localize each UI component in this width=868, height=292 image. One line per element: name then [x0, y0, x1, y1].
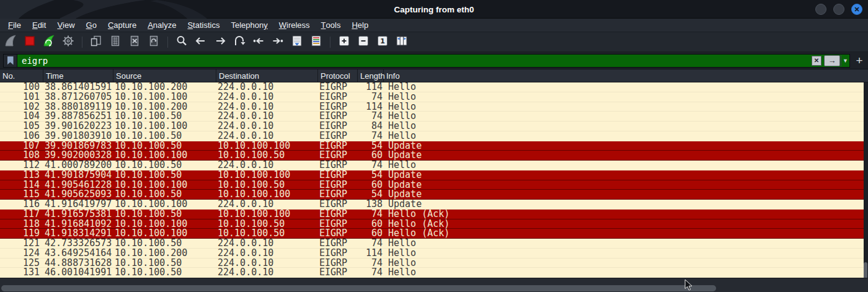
packet-row[interactable]: 10739.90186978310.10.100.5010.10.100.100… — [0, 141, 864, 151]
packet-row[interactable]: 10138.87126070510.10.100.100224.0.0.10EI… — [0, 92, 864, 102]
save-file-icon — [108, 34, 122, 50]
menu-statistics[interactable]: Statistics — [182, 19, 225, 32]
menu-analyze[interactable]: Analyze — [142, 19, 182, 32]
open-file-button[interactable] — [89, 35, 104, 50]
cell-no: 102 — [0, 102, 43, 112]
zoom-100-button[interactable]: 1 — [375, 35, 390, 50]
clear-filter-button[interactable]: ✕ — [812, 56, 822, 66]
packet-row[interactable]: 11341.90187590410.10.100.5010.10.100.100… — [0, 170, 864, 180]
capture-options-button[interactable] — [61, 35, 76, 50]
cell-time: 42.733326573 — [43, 239, 113, 249]
cell-source: 10.10.100.100 — [113, 219, 216, 229]
packet-row[interactable]: 11241.00078920010.10.100.50224.0.0.10EIG… — [0, 161, 864, 170]
packet-row[interactable]: 10038.86140159110.10.100.200224.0.0.10EI… — [0, 82, 864, 92]
column-header-info[interactable]: Info — [384, 69, 868, 82]
packet-row[interactable]: 12443.64925416410.10.100.200224.0.0.10EI… — [0, 249, 864, 259]
cell-no: 101 — [0, 92, 43, 102]
menu-view[interactable]: View — [51, 19, 80, 32]
zoom-out-button[interactable] — [356, 35, 371, 50]
horizontal-scrollbar-thumb[interactable] — [1, 285, 716, 291]
cell-destination: 10.10.100.100 — [216, 141, 318, 151]
filter-bookmark-button[interactable] — [4, 55, 17, 67]
toolbar-divider — [82, 37, 82, 48]
close-button[interactable]: ✕ — [851, 4, 862, 15]
stop-capture-button[interactable] — [22, 35, 37, 50]
column-header-destination[interactable]: Destination — [216, 69, 318, 82]
packet-row[interactable]: 10539.90162022310.10.100.100224.0.0.10EI… — [0, 122, 864, 131]
cell-info: Hello — [384, 92, 864, 102]
close-file-button[interactable] — [127, 35, 142, 50]
column-header-protocol[interactable]: Protocol — [318, 69, 358, 82]
packet-row[interactable]: 10639.90180391010.10.100.50224.0.0.10EIG… — [0, 131, 864, 141]
first-packet-button[interactable] — [251, 35, 266, 50]
find-packet-button[interactable] — [174, 35, 189, 50]
apply-filter-button[interactable]: → — [824, 55, 840, 66]
packet-row[interactable]: 11641.91641979710.10.100.100224.0.0.10EI… — [0, 200, 864, 210]
cell-protocol: EIGRP — [318, 259, 358, 268]
auto-scroll-button[interactable] — [290, 35, 304, 50]
cell-length: 114 — [358, 102, 384, 112]
cell-source: 10.10.100.50 — [113, 170, 216, 180]
menu-edit[interactable]: Edit — [27, 19, 51, 32]
cell-destination: 224.0.0.10 — [216, 92, 318, 102]
cell-source: 10.10.100.200 — [113, 102, 216, 112]
vertical-scrollbar-track[interactable] — [864, 82, 868, 278]
reload-file-button[interactable] — [146, 35, 161, 50]
cell-length: 74 — [358, 259, 384, 268]
maximize-button[interactable] — [833, 4, 844, 15]
cell-time: 41.905461228 — [43, 180, 113, 190]
cell-info: Update — [384, 141, 864, 151]
cell-time: 43.649254164 — [43, 249, 113, 259]
go-to-packet-button[interactable] — [232, 35, 247, 50]
display-filter-input[interactable]: eigrp — [17, 56, 812, 66]
cell-length: 54 — [358, 141, 384, 151]
last-packet-button[interactable] — [270, 35, 285, 50]
cell-length: 84 — [358, 122, 384, 131]
menu-go[interactable]: Go — [81, 19, 102, 32]
start-capture-button[interactable] — [3, 35, 18, 50]
packet-row[interactable]: 11541.90562509310.10.100.5010.10.100.100… — [0, 190, 864, 200]
zoom-in-button[interactable] — [337, 35, 352, 50]
filter-history-dropdown[interactable]: ▼ — [841, 55, 849, 66]
packet-row[interactable]: 11841.91684109210.10.100.10010.10.100.50… — [0, 219, 864, 229]
cell-length: 60 — [358, 219, 384, 229]
cell-source: 10.10.100.50 — [113, 112, 216, 122]
packet-row[interactable]: 12544.88873162810.10.100.50224.0.0.10EIG… — [0, 259, 864, 268]
column-header-no[interactable]: No. — [0, 69, 43, 82]
save-file-button[interactable] — [108, 35, 123, 50]
menu-wireless[interactable]: Wireless — [273, 19, 316, 32]
menu-bar: FileEditViewGoCaptureAnalyzeStatisticsTe… — [0, 19, 868, 32]
cell-time: 39.901869783 — [43, 141, 113, 151]
cell-time: 38.871260705 — [43, 92, 113, 102]
menu-telephony[interactable]: Telephony — [225, 19, 273, 32]
horizontal-scrollbar-track[interactable] — [0, 278, 868, 292]
packet-row[interactable]: 10839.90200032810.10.100.10010.10.100.50… — [0, 151, 864, 161]
packet-row[interactable]: 13146.00104199110.10.100.50224.0.0.10EIG… — [0, 268, 864, 278]
column-header-source[interactable]: Source — [113, 69, 216, 82]
packet-row[interactable]: 11941.91831429110.10.100.10010.10.100.50… — [0, 229, 864, 239]
cell-source: 10.10.100.50 — [113, 190, 216, 200]
menu-tools[interactable]: Tools — [316, 19, 347, 32]
go-forward-button[interactable] — [213, 35, 228, 50]
column-header-length[interactable]: Length — [358, 69, 384, 82]
packet-row[interactable]: 10238.88018911910.10.100.200224.0.0.10EI… — [0, 102, 864, 112]
packet-row[interactable]: 11441.90546122810.10.100.10010.10.100.50… — [0, 180, 864, 190]
cell-length: 74 — [358, 112, 384, 122]
add-filter-button[interactable]: + — [854, 54, 865, 68]
stop-capture-icon — [23, 34, 37, 50]
cell-length: 54 — [358, 170, 384, 180]
column-header-time[interactable]: Time — [43, 69, 113, 82]
colorize-button[interactable] — [309, 35, 324, 50]
cell-source: 10.10.100.100 — [113, 180, 216, 190]
menu-capture[interactable]: Capture — [102, 19, 142, 32]
menu-help[interactable]: Help — [346, 19, 374, 32]
restart-capture-button[interactable] — [42, 35, 56, 50]
minimize-button[interactable] — [815, 4, 826, 15]
menu-file[interactable]: File — [2, 19, 27, 32]
packet-row[interactable]: 11741.91657538110.10.100.5010.10.100.100… — [0, 210, 864, 219]
packet-row[interactable]: 12142.73332657310.10.100.50224.0.0.10EIG… — [0, 239, 864, 249]
go-back-button[interactable] — [193, 35, 208, 50]
resize-columns-button[interactable] — [394, 35, 409, 50]
packet-row[interactable]: 10439.88785625110.10.100.50224.0.0.10EIG… — [0, 112, 864, 122]
clear-filter-icon: ✕ — [814, 57, 819, 64]
